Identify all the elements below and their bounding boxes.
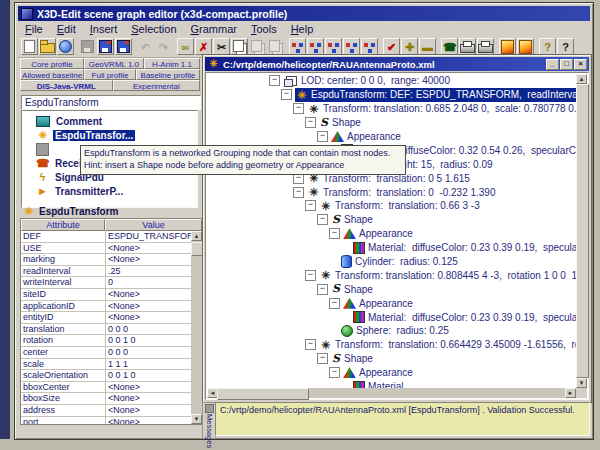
menu-help[interactable]: Help: [284, 23, 321, 35]
menu-grammar[interactable]: Grammar: [184, 23, 244, 35]
menu-insert[interactable]: Insert: [83, 23, 125, 35]
tree-collapse-handle[interactable]: −: [329, 367, 340, 378]
tree-node-appearance[interactable]: −Appearance: [207, 227, 576, 241]
table-row-marking[interactable]: marking<None>: [21, 254, 202, 266]
attribute-value-cell[interactable]: 0 0 0: [106, 347, 202, 358]
table-row-def[interactable]: DEFESPDU_TRANSFORM: [21, 231, 202, 243]
tree-collapse-handle[interactable]: −: [329, 228, 340, 239]
table-row-rotation[interactable]: rotation0 0 1 0: [21, 335, 202, 347]
tree-node-shape[interactable]: −SShape: [207, 282, 576, 296]
scroll-down-button[interactable]: ▼: [576, 378, 587, 388]
attribute-value-cell[interactable]: <None>: [106, 312, 202, 323]
attribute-table-scrollbar[interactable]: ▲ ▼: [191, 231, 202, 424]
tree-horizontal-scrollbar[interactable]: ◄ ►: [207, 388, 576, 398]
node-copy-button[interactable]: [325, 38, 342, 55]
tree-collapse-handle[interactable]: −: [293, 103, 304, 114]
app-titlebar[interactable]: X3D-Edit scene graph editor (x3d-compact…: [18, 6, 590, 21]
tree-collapse-handle[interactable]: −: [317, 353, 328, 364]
tree-node-material[interactable]: Material: [207, 380, 576, 388]
tree-node-transform[interactable]: −✳Transform: translation: 0 -0.232 1.390: [207, 185, 576, 199]
node-name-field[interactable]: EspduTransform: [21, 95, 201, 110]
attribute-value-cell[interactable]: <None>: [106, 254, 202, 265]
tree-collapse-handle[interactable]: −: [305, 270, 316, 281]
tab-h-anim-1-1[interactable]: H-Anim 1.1: [144, 58, 200, 69]
save-copy-button[interactable]: [115, 38, 132, 55]
tree-vertical-scrollbar[interactable]: ▲ ▼: [576, 74, 587, 388]
tree-node-transform[interactable]: −✳Transform: translation: 0.685 2.048 0,…: [207, 102, 576, 116]
table-row-bboxcenter[interactable]: bboxCenter<None>: [21, 382, 202, 394]
tree-node-transform[interactable]: −✳Transform: translation: 0.664429 3.450…: [207, 338, 576, 352]
tree-node-shape[interactable]: −SShape: [207, 116, 576, 130]
print-button[interactable]: [459, 38, 476, 55]
scroll-up-button[interactable]: ▲: [576, 74, 587, 84]
table-row-readinterval[interactable]: readInterval.25: [21, 266, 202, 278]
palette-item-transmitterp[interactable]: ►TransmitterP...: [22, 184, 197, 198]
column-header-attribute[interactable]: Attribute: [21, 219, 105, 231]
table-row-entityid[interactable]: entityID<None>: [21, 312, 202, 324]
tab-core-profile[interactable]: Core profile: [20, 58, 84, 69]
tree-collapse-handle[interactable]: −: [305, 339, 316, 350]
scroll-down-button[interactable]: ▼: [191, 414, 202, 424]
table-row-siteid[interactable]: siteID<None>: [21, 289, 202, 301]
menu-edit[interactable]: Edit: [50, 23, 83, 35]
tab-experimental[interactable]: Experimental: [113, 80, 200, 91]
tree-collapse-handle[interactable]: −: [281, 89, 292, 100]
rollover-button[interactable]: ☎: [441, 38, 458, 55]
table-row-center[interactable]: center0 0 0: [21, 347, 202, 359]
tree-node-material[interactable]: Material: diffuseColor: 0.23 0.39 0.19, …: [207, 241, 576, 255]
attribute-value-cell[interactable]: <None>: [106, 393, 202, 404]
node-move-up-button[interactable]: [343, 38, 360, 55]
scrollbar-thumb[interactable]: [576, 84, 589, 378]
menu-file[interactable]: File: [18, 23, 50, 35]
attribute-value-cell[interactable]: 1 1 1: [106, 359, 202, 370]
table-row-use[interactable]: USE<None>: [21, 243, 202, 255]
cut-button[interactable]: ✂: [213, 38, 230, 55]
tree-collapse-handle[interactable]: −: [317, 214, 328, 225]
tree-node-lod[interactable]: −LOD: center: 0 0 0, range: 40000: [207, 74, 576, 88]
node-move-down-button[interactable]: [361, 38, 378, 55]
attribute-value-cell[interactable]: <None>: [106, 417, 202, 426]
attribute-value-cell[interactable]: 0 0 1 0: [106, 335, 202, 346]
attribute-value-cell[interactable]: ESPDU_TRANSFORM: [106, 231, 202, 242]
tab-full-profile[interactable]: Full profile: [84, 69, 136, 80]
delete-button[interactable]: ✗: [195, 38, 212, 55]
messages-tab[interactable]: Messages: [202, 402, 216, 439]
menu-tools[interactable]: Tools: [244, 23, 284, 35]
tree-collapse-handle[interactable]: −: [305, 200, 316, 211]
tree-node-shape[interactable]: −SShape: [207, 213, 576, 227]
tab-baseline-profile[interactable]: Baseline profile: [136, 69, 200, 80]
scroll-up-button[interactable]: ▲: [191, 231, 202, 241]
new-file-button[interactable]: [21, 38, 38, 55]
tree-node-espdutransform[interactable]: −✳EspduTransform: DEF: ESPDU_TRANSFORM, …: [207, 88, 576, 102]
editor-titlebar[interactable]: ✳ C:/vrtp/demo/helicopter/RAUAntennaProt…: [205, 57, 589, 71]
tree-node-transform[interactable]: −✳Transform: translation: 0.808445 4 -3,…: [207, 268, 576, 282]
tree-collapse-handle[interactable]: −: [317, 131, 328, 142]
launch-browser-button[interactable]: [499, 38, 516, 55]
attribute-value-cell[interactable]: 0: [106, 277, 202, 288]
attribute-value-cell[interactable]: <None>: [106, 405, 202, 416]
attribute-value-cell[interactable]: <None>: [106, 382, 202, 393]
node-cut-button[interactable]: [307, 38, 324, 55]
help-button[interactable]: ?: [539, 38, 556, 55]
tree-node-transform[interactable]: −✳Transform: translation: 0.66 3 -3: [207, 199, 576, 213]
menu-selection[interactable]: Selection: [124, 23, 183, 35]
attribute-value-cell[interactable]: 0 0 1 0: [106, 370, 202, 381]
tree-collapse-handle[interactable]: −: [317, 284, 328, 295]
attribute-value-cell[interactable]: <None>: [106, 243, 202, 254]
tab-geovrml-1-0[interactable]: GeoVRML 1.0: [84, 58, 144, 69]
table-row-port[interactable]: port<None>: [21, 417, 202, 426]
tree-node-appearance[interactable]: −Appearance: [207, 130, 576, 144]
table-row-translation[interactable]: translation0 0 0: [21, 324, 202, 336]
tree-node-cylinder[interactable]: Cylinder: radius: 0.125: [207, 255, 576, 269]
open-location-button[interactable]: [57, 38, 74, 55]
tab-dis-java-vrml[interactable]: DIS-Java-VRML: [20, 80, 113, 91]
attribute-value-cell[interactable]: <None>: [106, 289, 202, 300]
palette-item-comment[interactable]: Comment: [22, 114, 197, 128]
tree-node-sphere[interactable]: Sphere: radius: 0.25: [207, 324, 576, 338]
scroll-right-button[interactable]: ►: [565, 388, 576, 398]
remove-node-button[interactable]: ▬: [419, 38, 436, 55]
palette-item-espdutransfor[interactable]: ✳EspduTransfor...: [22, 128, 197, 142]
tree-collapse-handle[interactable]: −: [305, 117, 316, 128]
tree-node-material[interactable]: Material: diffuseColor: 0.23 0.39 0.19, …: [207, 310, 576, 324]
node-inspect-button[interactable]: [289, 38, 306, 55]
